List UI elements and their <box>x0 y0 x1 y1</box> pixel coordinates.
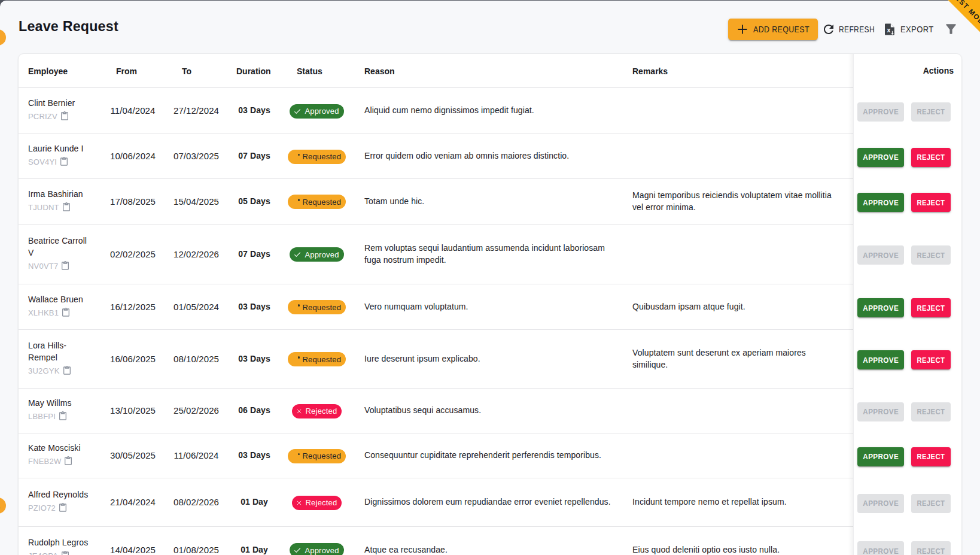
svg-text:x: x <box>887 26 890 34</box>
